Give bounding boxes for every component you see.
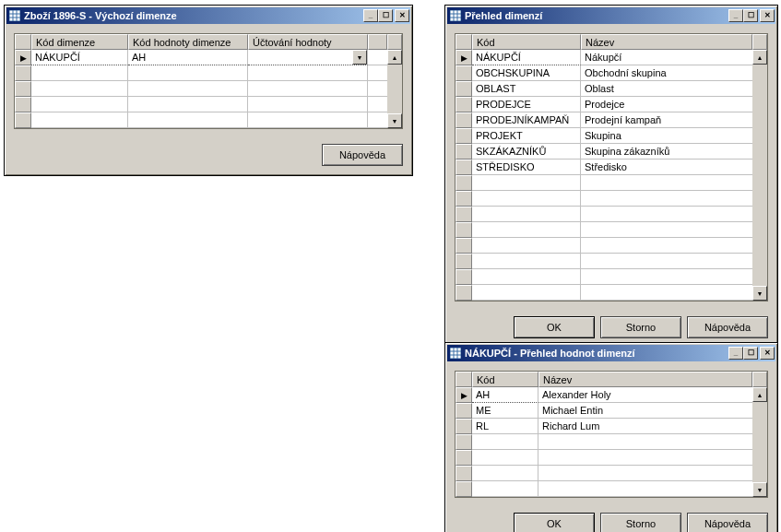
minimize-button[interactable]: _	[728, 347, 743, 360]
scroll-up-icon[interactable]: ▲	[752, 387, 767, 402]
close-button[interactable]: ✕	[760, 9, 775, 22]
col-nazev[interactable]: Název	[581, 34, 752, 50]
cell-kod[interactable]: PROJEKT	[472, 128, 581, 144]
table-row[interactable]	[15, 81, 402, 97]
titlebar[interactable]: Zboží 1896-S - Výchozí dimenze _ ☐ ✕	[6, 7, 410, 24]
cell-nazev[interactable]: Michael Entin	[538, 403, 767, 419]
help-button[interactable]: Nápověda	[687, 316, 768, 338]
table-row[interactable]	[456, 254, 767, 269]
cancel-button[interactable]: Storno	[600, 316, 681, 338]
titlebar[interactable]: Přehled dimenzí _ ☐ ✕	[447, 7, 775, 24]
cell-uctovani[interactable]: ▼	[248, 50, 368, 65]
col-uctovani[interactable]: Účtování hodnoty	[248, 34, 368, 50]
table-row[interactable]: SKZÁKAZNÍKŮSkupina zákazníků	[456, 144, 767, 160]
table-row[interactable]	[456, 269, 767, 285]
maximize-button[interactable]: ☐	[378, 9, 393, 22]
maximize-button[interactable]: ☐	[743, 347, 758, 360]
table-row[interactable]: OBLASTOblast	[456, 81, 767, 97]
table-row[interactable]	[456, 434, 767, 450]
table-row[interactable]: PRODEJNÍKAMPAŇProdejní kampaň	[456, 112, 767, 128]
col-kod-dimenze[interactable]: Kód dimenze	[31, 34, 128, 50]
table-row[interactable]	[15, 112, 402, 128]
table-row[interactable]	[456, 450, 767, 466]
table-row[interactable]: ▶ NÁKUPČÍ AH ▼	[15, 50, 402, 65]
cell-kod[interactable]: RL	[472, 419, 538, 434]
table-row[interactable]: STŘEDISKOStředisko	[456, 160, 767, 175]
table-row[interactable]: RLRichard Lum	[456, 419, 767, 434]
svg-rect-0	[9, 10, 20, 21]
col-nazev[interactable]: Název	[538, 372, 752, 387]
table-row[interactable]	[15, 97, 402, 112]
dimensions-grid[interactable]: Kód Název ▶NÁKUPČÍNákupčí OBCHSKUPINAObc…	[456, 34, 767, 301]
row-selector[interactable]: ▶	[15, 50, 31, 65]
col-kod[interactable]: Kód	[472, 34, 581, 50]
cell-nazev[interactable]: Oblast	[581, 81, 767, 97]
cell-kod-dimenze[interactable]: NÁKUPČÍ	[31, 50, 128, 65]
col-kod[interactable]: Kód	[472, 372, 538, 387]
cell-kod[interactable]: STŘEDISKO	[472, 160, 581, 175]
table-row[interactable]: MEMichael Entin	[456, 403, 767, 419]
scroll-up-icon[interactable]: ▲	[752, 50, 767, 65]
help-button[interactable]: Nápověda	[687, 513, 768, 532]
table-row[interactable]: ▶AHAlexander Holy	[456, 387, 767, 403]
table-row[interactable]: PRODEJCEProdejce	[456, 97, 767, 112]
svg-rect-5	[450, 10, 461, 21]
cell-kod[interactable]: ME	[472, 403, 538, 419]
dimension-values-grid[interactable]: Kód Název ▶AHAlexander Holy MEMichael En…	[456, 372, 767, 497]
vertical-scrollbar[interactable]: ▲ ▼	[752, 387, 767, 497]
ok-button[interactable]: OK	[514, 316, 595, 338]
table-row[interactable]: OBCHSKUPINAObchodní skupina	[456, 65, 767, 81]
cell-nazev[interactable]: Richard Lum	[538, 419, 767, 434]
col-kod-hodnoty[interactable]: Kód hodnoty dimenze	[128, 34, 248, 50]
minimize-button[interactable]: _	[363, 9, 378, 22]
cell-nazev[interactable]: Skupina	[581, 128, 767, 144]
table-row[interactable]	[456, 191, 767, 207]
app-icon	[449, 9, 462, 22]
table-row[interactable]	[456, 481, 767, 497]
cell-nazev[interactable]: Obchodní skupina	[581, 65, 767, 81]
cell-kod[interactable]: AH	[472, 387, 538, 403]
window-title: NÁKUPČÍ - Přehled hodnot dimenzí	[465, 348, 728, 359]
scroll-head	[752, 372, 767, 387]
table-row[interactable]: ▶NÁKUPČÍNákupčí	[456, 50, 767, 65]
table-row[interactable]: PROJEKTSkupina	[456, 128, 767, 144]
dropdown-button[interactable]: ▼	[352, 50, 367, 65]
cell-kod[interactable]: NÁKUPČÍ	[472, 50, 581, 65]
close-button[interactable]: ✕	[395, 9, 409, 22]
cell-nazev[interactable]: Alexander Holy	[538, 387, 767, 403]
table-row[interactable]	[456, 175, 767, 191]
scroll-down-icon[interactable]: ▼	[387, 113, 402, 128]
cell-nazev[interactable]: Prodejce	[581, 97, 767, 112]
table-row[interactable]	[456, 222, 767, 238]
cell-nazev[interactable]: Středisko	[581, 160, 767, 175]
scroll-down-icon[interactable]: ▼	[752, 482, 767, 497]
table-row[interactable]	[456, 466, 767, 481]
ok-button[interactable]: OK	[514, 513, 595, 532]
vertical-scrollbar[interactable]: ▲ ▼	[752, 50, 767, 301]
cell-kod[interactable]: OBLAST	[472, 81, 581, 97]
cell-kod[interactable]: OBCHSKUPINA	[472, 65, 581, 81]
cell-nazev[interactable]: Nákupčí	[581, 50, 767, 65]
row-selector[interactable]: ▶	[456, 387, 472, 403]
titlebar[interactable]: NÁKUPČÍ - Přehled hodnot dimenzí _ ☐ ✕	[447, 345, 775, 361]
cancel-button[interactable]: Storno	[600, 513, 681, 532]
scroll-down-icon[interactable]: ▼	[752, 286, 767, 301]
table-row[interactable]	[456, 238, 767, 254]
help-button[interactable]: Nápověda	[322, 144, 403, 166]
cell-nazev[interactable]: Prodejní kampaň	[581, 112, 767, 128]
cell-kod-hodnoty[interactable]: AH	[128, 50, 248, 65]
maximize-button[interactable]: ☐	[743, 9, 758, 22]
cell-kod[interactable]: PRODEJNÍKAMPAŇ	[472, 112, 581, 128]
row-selector[interactable]: ▶	[456, 50, 472, 65]
cell-nazev[interactable]: Skupina zákazníků	[581, 144, 767, 160]
dimensions-grid[interactable]: Kód dimenze Kód hodnoty dimenze Účtování…	[15, 34, 402, 128]
cell-kod[interactable]: SKZÁKAZNÍKŮ	[472, 144, 581, 160]
cell-kod[interactable]: PRODEJCE	[472, 97, 581, 112]
minimize-button[interactable]: _	[728, 9, 743, 22]
table-row[interactable]	[456, 285, 767, 301]
close-button[interactable]: ✕	[760, 347, 775, 360]
vertical-scrollbar[interactable]: ▲ ▼	[387, 50, 402, 128]
scroll-up-icon[interactable]: ▲	[387, 50, 402, 65]
table-row[interactable]	[15, 65, 402, 81]
table-row[interactable]	[456, 207, 767, 222]
